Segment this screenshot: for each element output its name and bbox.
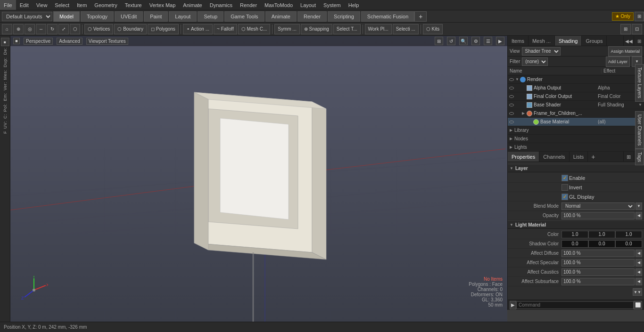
- color-g[interactable]: 1.0: [588, 231, 615, 238]
- color-r[interactable]: 1.0: [561, 231, 588, 238]
- shader-tree-select[interactable]: Shader Tree: [522, 47, 561, 56]
- viewport[interactable]: ■ Perspective Advanced Viewport Textures…: [10, 36, 507, 322]
- shadowcolor-input[interactable]: 0.0 0.0 0.0: [561, 240, 642, 248]
- menu-layout[interactable]: Layout: [297, 0, 320, 10]
- vp-menu-icon[interactable]: ☰: [484, 37, 492, 45]
- menu-edit[interactable]: Edit: [16, 0, 33, 10]
- user-channels-tab[interactable]: User Channels: [635, 111, 644, 149]
- shader-eye-alpha[interactable]: [508, 84, 515, 92]
- action-btn[interactable]: ⚬ Action ...: [183, 24, 213, 34]
- shader-arrow-framechildren[interactable]: ▶: [522, 111, 527, 115]
- vp-sidebar-toggle[interactable]: ■: [13, 38, 20, 44]
- vp-textures-btn[interactable]: Viewport Textures: [86, 38, 128, 45]
- shader-arrow-alpha[interactable]: ▶: [522, 86, 527, 90]
- affectcaustics-arrow[interactable]: ◀: [636, 268, 642, 276]
- blendmode-arrow[interactable]: ▼: [636, 202, 642, 210]
- panel-tab-items[interactable]: Items: [508, 36, 528, 46]
- shader-eye-baseshader[interactable]: [508, 101, 515, 109]
- affectsubsurface-input[interactable]: 100.0 %: [561, 278, 635, 285]
- vp-settings-icon[interactable]: ⚙: [471, 37, 480, 45]
- symm-btn[interactable]: Symm ...: [274, 24, 299, 34]
- add-layer-btn[interactable]: Add Layer: [606, 57, 630, 67]
- shader-arrow-basematerial[interactable]: ▶: [528, 120, 533, 124]
- color-input[interactable]: 1.0 1.0 1.0: [561, 231, 642, 238]
- tree-section-lights[interactable]: ▶ Lights: [508, 143, 644, 152]
- view-btn1[interactable]: ⊞: [620, 24, 631, 34]
- color-b[interactable]: 1.0: [615, 231, 642, 238]
- filter-select[interactable]: (none): [522, 57, 548, 66]
- menu-geometry[interactable]: Geometry: [91, 0, 121, 10]
- shader-eye-framechildren[interactable]: [508, 110, 515, 117]
- vp-perspective-btn[interactable]: Perspective: [24, 38, 53, 45]
- selectt-btn[interactable]: Select T...: [333, 24, 361, 34]
- invert-checkbox[interactable]: [561, 184, 568, 191]
- affectdiffuse-arrow[interactable]: ◀: [636, 250, 642, 257]
- assign-material-btn[interactable]: Assign Material: [608, 46, 642, 57]
- layer-section-header[interactable]: ▼ Layer: [508, 164, 644, 172]
- tree-arrow-nodes[interactable]: ▶: [510, 137, 514, 141]
- tab-topology[interactable]: Topology: [81, 11, 114, 22]
- scale-btn[interactable]: ⤢: [58, 24, 69, 34]
- menu-animate[interactable]: Animate: [179, 0, 206, 10]
- polygons-mode-btn[interactable]: ◻ Polygons: [148, 24, 179, 34]
- shader-eye-finalcolor[interactable]: [508, 93, 515, 100]
- menu-dynamics[interactable]: Dynamics: [206, 0, 236, 10]
- opacity-arrow[interactable]: ◀: [636, 212, 642, 219]
- menu-item[interactable]: Item: [73, 0, 91, 10]
- shader-row-alpha[interactable]: ▶ Alpha Output Alpha ▼: [508, 84, 644, 92]
- sel-btn[interactable]: ⬡: [70, 24, 80, 34]
- shader-row-finalcolor[interactable]: ▶ Final Color Output Final Color ▼: [508, 92, 644, 101]
- only-badge[interactable]: ★ Only: [612, 12, 634, 21]
- shader-arrow-baseshader[interactable]: ▶: [522, 103, 527, 107]
- props-tab-channels[interactable]: Channels: [539, 152, 569, 162]
- vertices-mode-btn[interactable]: ⬡ Vertices: [84, 24, 113, 34]
- props-tab-lists[interactable]: Lists: [570, 152, 588, 162]
- shadow-g[interactable]: 0.0: [588, 240, 615, 248]
- panel-expand-icon[interactable]: ⊞: [634, 36, 644, 46]
- layout-select[interactable]: Default Layouts: [2, 12, 52, 21]
- menu-file[interactable]: File: [0, 0, 16, 10]
- tree-section-nodes[interactable]: ▶ Nodes: [508, 135, 644, 143]
- snapping-btn[interactable]: ⊕ Snapping: [301, 24, 332, 34]
- tab-layout[interactable]: Layout: [169, 11, 197, 22]
- tab-add-button[interactable]: +: [414, 11, 427, 22]
- menu-view[interactable]: View: [33, 0, 51, 10]
- gldisplay-checkbox[interactable]: ✓: [561, 194, 568, 200]
- shader-eye-render[interactable]: [508, 76, 515, 83]
- light-material-section-header[interactable]: ▼ Light Material: [508, 220, 644, 229]
- blendmode-select[interactable]: Normal: [561, 202, 635, 210]
- falloff-btn[interactable]: ~ Falloff: [214, 24, 237, 34]
- selecti-btn[interactable]: Selecti ...: [393, 24, 419, 34]
- tab-schematic-fusion[interactable]: Schematic Fusion: [361, 11, 414, 22]
- menu-help[interactable]: Help: [345, 0, 363, 10]
- affectspecular-arrow[interactable]: ◀: [636, 259, 642, 267]
- menu-texture[interactable]: Texture: [121, 0, 146, 10]
- panel-tab-mesh[interactable]: Mesh ...: [528, 36, 555, 46]
- tab-uvedit[interactable]: UVEdit: [115, 11, 143, 22]
- cmd-prev-btn[interactable]: ▶: [510, 301, 516, 309]
- props-tab-plus[interactable]: +: [588, 152, 598, 162]
- enable-checkbox[interactable]: ✓: [561, 175, 568, 181]
- props-tab-properties[interactable]: Properties: [508, 152, 539, 162]
- tree-arrow-library[interactable]: ▶: [510, 128, 514, 132]
- menu-maxtomodo[interactable]: MaxToModo: [261, 0, 297, 10]
- tab-setup[interactable]: Setup: [198, 11, 223, 22]
- shadow-b[interactable]: 0.0: [615, 240, 642, 248]
- shader-row-baseshader[interactable]: ▶ Base Shader Full Shading ▼: [508, 101, 644, 109]
- panel-tab-shading[interactable]: Shading: [555, 36, 582, 46]
- shader-effect-arrow-baseshader[interactable]: ▼: [638, 103, 644, 107]
- tab-gametools[interactable]: Game Tools: [224, 11, 264, 22]
- menu-vertex-map[interactable]: Vertex Map: [146, 0, 180, 10]
- workpl-btn[interactable]: Work Pl...: [365, 24, 392, 34]
- rotate-btn[interactable]: ↻: [47, 24, 58, 34]
- sidebar-btn-1[interactable]: ■: [1, 38, 9, 46]
- vp-advanced-btn[interactable]: Advanced: [57, 38, 82, 45]
- shader-row-basematerial[interactable]: ▶ Base Material (all) ▼: [508, 118, 644, 126]
- affectcaustics-input[interactable]: 100.0 %: [561, 268, 635, 276]
- affectdiffuse-input[interactable]: 100.0 %: [561, 250, 635, 257]
- vp-fullscreen-icon[interactable]: ⊞: [435, 37, 443, 45]
- tab-model[interactable]: Model: [53, 11, 80, 22]
- tree-arrow-lights[interactable]: ▶: [510, 145, 514, 149]
- transform-btn[interactable]: ↔: [36, 24, 46, 34]
- menu-select[interactable]: Select: [51, 0, 73, 10]
